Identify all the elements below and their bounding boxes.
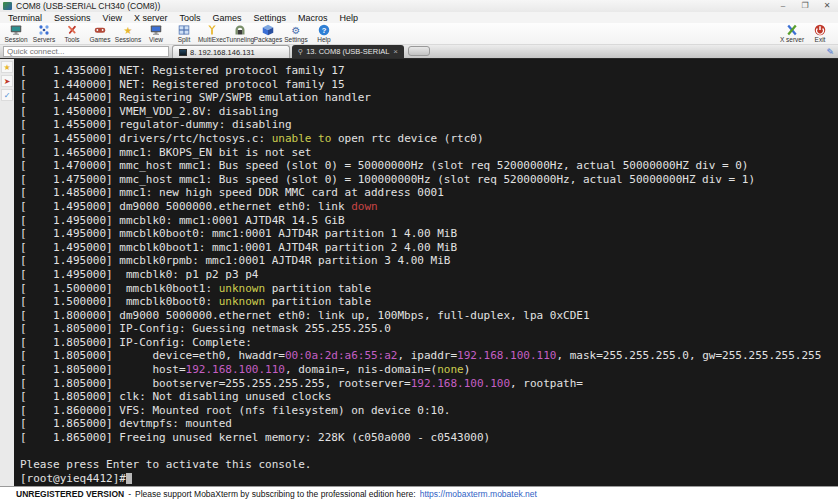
games-icon bbox=[94, 24, 107, 36]
menu-item-games[interactable]: Games bbox=[208, 13, 249, 23]
menu-item-help[interactable]: Help bbox=[336, 13, 367, 23]
minimize-icon[interactable]: – bbox=[772, 0, 794, 12]
svg-text:?: ? bbox=[322, 26, 327, 35]
menu-item-terminal[interactable]: Terminal bbox=[4, 13, 50, 23]
quick-connect-input[interactable] bbox=[3, 46, 169, 57]
servers-button[interactable]: Servers bbox=[30, 24, 58, 43]
tab-close-icon[interactable]: × bbox=[393, 47, 398, 56]
terminal-line: [ 1.455000] regulator-dummy: disabling bbox=[20, 118, 838, 132]
session-button[interactable]: Session bbox=[2, 24, 30, 43]
serial-plug-icon: ⚲ bbox=[298, 48, 303, 56]
multiexec-button[interactable]: MultiExec bbox=[198, 24, 226, 43]
exit-power-icon bbox=[814, 24, 827, 36]
mobatek-link[interactable]: https://mobaxterm.mobatek.net bbox=[420, 489, 537, 499]
sidebar-sessions-star-icon[interactable]: ★ bbox=[1, 61, 13, 73]
tunneling-button[interactable]: Tunneling bbox=[226, 24, 254, 43]
pencil-icon: ✎ bbox=[826, 47, 834, 57]
sidebar-macros-icon[interactable]: ✓ bbox=[1, 89, 13, 101]
unregistered-version-label: UNREGISTERED VERSION bbox=[16, 489, 124, 499]
tools-icon bbox=[66, 24, 79, 36]
terminal-icon bbox=[179, 49, 187, 56]
terminal-line: [ 1.440000] NET: Registered protocol fam… bbox=[20, 78, 838, 92]
terminal-line: [ 1.475000] mmc_host mmc1: Bus speed (sl… bbox=[20, 173, 838, 187]
terminal-line: [ 1.500000] mmcblk0boot0: unknown partit… bbox=[20, 295, 838, 309]
exit-button[interactable]: Exit bbox=[806, 24, 834, 43]
split-button[interactable]: Split bbox=[170, 24, 198, 43]
help-button[interactable]: ? Help bbox=[310, 24, 338, 43]
terminal-line: [ 1.495000] mmcblk0boot1: mmc1:0001 AJTD… bbox=[20, 241, 838, 255]
terminal-line: [ 1.435000] NET: Registered protocol fam… bbox=[20, 64, 838, 78]
terminal-line: [ 1.495000] mmcblk0: mmc1:0001 AJTD4R 14… bbox=[20, 214, 838, 228]
terminal-line: [ 1.865000] Freeing unused kernel memory… bbox=[20, 431, 838, 445]
packages-icon bbox=[262, 24, 275, 36]
terminal-line: [ 1.805000] device=eth0, hwaddr=00:0a:2d… bbox=[20, 349, 838, 363]
window-controls: – ❐ ✕ bbox=[772, 0, 838, 12]
status-message: Please support MobaXterm by subscribing … bbox=[135, 489, 416, 499]
terminal-line: [ 1.495000] dm9000 5000000.ethernet eth0… bbox=[20, 200, 838, 214]
servers-icon bbox=[38, 24, 51, 36]
terminal-line: [ 1.805000] host=192.168.100.110, domain… bbox=[20, 363, 838, 377]
new-tab-button[interactable] bbox=[408, 46, 430, 56]
view-icon bbox=[150, 24, 163, 36]
multiexec-icon bbox=[206, 24, 219, 36]
terminal-line: [ 1.500000] mmcblk0boot1: unknown partit… bbox=[20, 282, 838, 296]
terminal-line: [ 1.450000] VMEM_VDD_2.8V: disabling bbox=[20, 105, 838, 119]
xserver-button[interactable]: X server bbox=[778, 24, 806, 43]
app-icon bbox=[3, 2, 12, 10]
title-bar: COM8 (USB-SERIAL CH340 (COM8)) – ❐ ✕ bbox=[0, 0, 838, 12]
toolbar: Session Servers Tools Games ★ Sessions V… bbox=[0, 23, 838, 45]
session-icon bbox=[10, 24, 23, 36]
terminal-line: [ 1.805000] clk: Not disabling unused cl… bbox=[20, 390, 838, 404]
tools-button[interactable]: Tools bbox=[58, 24, 86, 43]
left-sidebar: ★ ➤ ✓ bbox=[0, 59, 14, 486]
terminal-output[interactable]: [ 1.435000] NET: Registered protocol fam… bbox=[14, 59, 838, 486]
tab-session-8[interactable]: 8. 192.168.146.131 bbox=[172, 45, 290, 58]
tab-session-13-active[interactable]: ⚲ 13. COM8 (USB-SERIAL CH340 (C × bbox=[292, 45, 404, 58]
maximize-icon[interactable]: ❐ bbox=[794, 0, 816, 12]
terminal-line: [ 1.495000] mmcblk0: p1 p2 p3 p4 bbox=[20, 268, 838, 282]
settings-button[interactable]: ⚙ Settings bbox=[282, 24, 310, 43]
menu-item-macros[interactable]: Macros bbox=[294, 13, 336, 23]
close-icon[interactable]: ✕ bbox=[816, 0, 838, 12]
terminal-line: [ 1.805000] IP-Config: Guessing netmask … bbox=[20, 322, 838, 336]
terminal-line: [ 1.485000] mmc1: new high speed DDR MMC… bbox=[20, 186, 838, 200]
terminal-line bbox=[20, 445, 838, 459]
menu-bar: TerminalSessionsViewX serverToolsGamesSe… bbox=[0, 12, 838, 23]
status-separator: - bbox=[128, 489, 131, 499]
view-button[interactable]: View bbox=[142, 24, 170, 43]
menu-item-tools[interactable]: Tools bbox=[175, 13, 208, 23]
menu-item-sessions[interactable]: Sessions bbox=[50, 13, 99, 23]
tunneling-icon bbox=[234, 24, 247, 36]
terminal-line: [ 1.865000] devtmpfs: mounted bbox=[20, 417, 838, 431]
terminal-line: [ 1.860000] VFS: Mounted root (nfs files… bbox=[20, 404, 838, 418]
terminal-line: [ 1.805000] bootserver=255.255.255.255, … bbox=[20, 377, 838, 391]
help-icon: ? bbox=[318, 24, 331, 36]
menu-item-view[interactable]: View bbox=[99, 13, 130, 23]
tab-bar: 8. 192.168.146.131 ⚲ 13. COM8 (USB-SERIA… bbox=[0, 45, 838, 59]
main-area: ★ ➤ ✓ [ 1.435000] NET: Registered protoc… bbox=[0, 59, 838, 486]
terminal-line: [ 1.495000] mmcblk0rpmb: mmc1:0001 AJTD4… bbox=[20, 254, 838, 268]
sessions-star-icon: ★ bbox=[122, 24, 135, 36]
terminal-line: [root@yieq4412]# bbox=[20, 472, 838, 486]
xserver-icon bbox=[786, 24, 799, 36]
terminal-line: [ 1.445000] Registering SWP/SWPB emulati… bbox=[20, 91, 838, 105]
terminal-line: [ 1.465000] mmc1: BKOPS_EN bit is not se… bbox=[20, 146, 838, 160]
split-icon bbox=[178, 24, 191, 36]
packages-button[interactable]: Packages bbox=[254, 24, 282, 43]
sidebar-tools-icon[interactable]: ➤ bbox=[1, 75, 13, 87]
terminal-line: [ 1.455000] drivers/rtc/hctosys.c: unabl… bbox=[20, 132, 838, 146]
terminal-line: Please press Enter to activate this cons… bbox=[20, 458, 838, 472]
menu-item-settings[interactable]: Settings bbox=[249, 13, 294, 23]
settings-gear-icon: ⚙ bbox=[290, 24, 303, 36]
terminal-line: [ 1.470000] mmc_host mmc1: Bus speed (sl… bbox=[20, 159, 838, 173]
status-bar: UNREGISTERED VERSION - Please support Mo… bbox=[0, 486, 838, 500]
terminal-line: [ 1.805000] IP-Config: Complete: bbox=[20, 336, 838, 350]
terminal-line: [ 1.800000] dm9000 5000000.ethernet eth0… bbox=[20, 309, 838, 323]
sessions-button[interactable]: ★ Sessions bbox=[114, 24, 142, 43]
menu-item-x-server[interactable]: X server bbox=[130, 13, 176, 23]
terminal-line: [ 1.495000] mmcblk0boot0: mmc1:0001 AJTD… bbox=[20, 227, 838, 241]
terminal-cursor bbox=[126, 473, 132, 484]
games-button[interactable]: Games bbox=[86, 24, 114, 43]
window-title: COM8 (USB-SERIAL CH340 (COM8)) bbox=[16, 1, 160, 11]
